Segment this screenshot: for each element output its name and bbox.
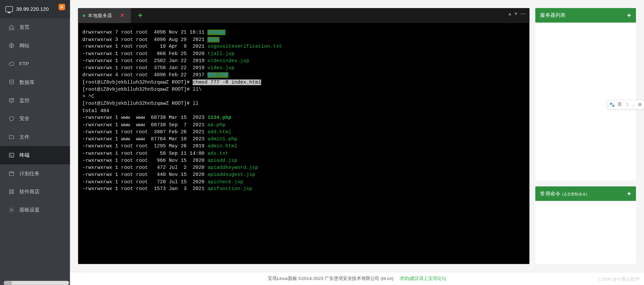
right-column: 服务器列表 + 常用命令(点击复制命令) + (535, 8, 636, 264)
terminal-tabs: 本地服务器 ✕ + ▴ ▾ — (78, 8, 530, 23)
sidebar-item-site[interactable]: 网站 (0, 37, 70, 55)
grid-icon (9, 189, 15, 195)
ime-lang[interactable]: 英 (618, 102, 622, 107)
footer-copyright: 宝塔Linux面板 ©2014-2023 广东堡塔安全技术有限公司 (bt.cn… (268, 276, 393, 282)
monitor-icon (9, 97, 15, 103)
globe-icon (9, 43, 15, 49)
settings-icon[interactable]: — (519, 10, 527, 16)
svg-rect-8 (12, 192, 13, 194)
cloud-icon (9, 61, 15, 67)
panel-title: 常用命令(点击复制命令) (540, 190, 587, 197)
svg-rect-4 (9, 172, 14, 176)
add-server-button[interactable]: + (627, 11, 631, 19)
sidebar-item-security[interactable]: 安全 (0, 109, 70, 128)
sidebar-item-files[interactable]: 文件 (0, 128, 70, 146)
comma-icon[interactable]: ， (631, 102, 635, 107)
sidebar-header: 39.99.220.120 0 (0, 0, 70, 18)
panel-title: 服务器列表 (540, 12, 566, 19)
sidebar-item-ftp[interactable]: FTP (0, 55, 70, 73)
commands-header: 常用命令(点击复制命令) + (535, 186, 636, 201)
sidebar-item-label: 安全 (19, 115, 30, 122)
notification-badge[interactable]: 0 (58, 4, 65, 10)
shield-icon (9, 116, 15, 122)
footer-links[interactable]: 求助|建议请上宝塔论坛 (399, 276, 446, 282)
svg-rect-6 (12, 190, 13, 191)
calendar-icon (9, 171, 15, 177)
sidebar-item-panel[interactable]: 面板设置 (0, 201, 70, 219)
sidebar-item-label: 监控 (19, 97, 30, 104)
server-list-header: 服务器列表 + (535, 8, 636, 22)
collapse-down-icon[interactable]: ▾ (513, 10, 518, 16)
sidebar-item-terminal[interactable]: 终端 (0, 146, 70, 164)
sidebar: 39.99.220.120 0 首页网站FTP数据库监控安全文件终端计划任务软件… (0, 0, 70, 285)
sidebar-item-label: 数据库 (19, 79, 35, 86)
svg-rect-5 (10, 190, 11, 191)
terminal-output[interactable]: drwxrwxrwx 7 root root 4096 Nov 21 16:11… (78, 23, 530, 264)
svg-rect-3 (9, 153, 14, 157)
commands-body (535, 201, 636, 233)
db-icon (9, 79, 15, 85)
sidebar-item-label: 计划任务 (19, 170, 40, 177)
footer: 宝塔Linux面板 ©2014-2023 广东堡塔安全技术有限公司 (bt.cn… (70, 272, 644, 285)
gear-icon[interactable]: ⚙ (638, 102, 642, 107)
terminal-icon (9, 152, 15, 158)
sidebar-item-label: 面板设置 (19, 206, 40, 213)
sidebar-item-label: 文件 (19, 134, 30, 141)
sidebar-item-monitor[interactable]: 监控 (0, 91, 70, 109)
sidebar-item-label: 软件商店 (19, 188, 40, 195)
folder-icon (9, 134, 15, 140)
sidebar-item-label: 首页 (19, 24, 30, 31)
ime-float-toolbar[interactable]: 🐾 英 ☽ ， ⚙ (607, 100, 644, 109)
svg-point-9 (11, 209, 12, 210)
terminal-container: 本地服务器 ✕ + ▴ ▾ — drwxrwxrwx 7 root root 4… (78, 8, 530, 264)
sidebar-item-label: 网站 (19, 42, 30, 49)
tab-local-server[interactable]: 本地服务器 ✕ (78, 8, 131, 23)
paw-icon: 🐾 (609, 102, 615, 107)
close-icon[interactable]: ✕ (120, 12, 124, 19)
sidebar-item-store[interactable]: 软件商店 (0, 183, 70, 201)
sidebar-item-label: 终端 (19, 152, 30, 159)
add-command-button[interactable]: + (627, 190, 631, 198)
home-icon (9, 25, 15, 31)
common-commands-panel: 常用命令(点击复制命令) + (535, 186, 636, 264)
sidebar-nav: 首页网站FTP数据库监控安全文件终端计划任务软件商店面板设置 (0, 18, 70, 285)
gear-icon (9, 207, 15, 213)
main-area: 本地服务器 ✕ + ▴ ▾ — drwxrwxrwx 7 root root 4… (70, 0, 644, 285)
sidebar-item-cron[interactable]: 计划任务 (0, 164, 70, 183)
sidebar-item-label: FTP (19, 61, 29, 67)
server-ip: 39.99.220.120 (16, 6, 49, 12)
watermark: CSDN @小黄人软件 (598, 276, 640, 282)
moon-icon[interactable]: ☽ (625, 102, 628, 107)
svg-rect-7 (10, 192, 11, 194)
collapse-up-icon[interactable]: ▴ (507, 10, 512, 16)
sidebar-item-home[interactable]: 首页 (0, 18, 70, 36)
sidebar-scrollbar[interactable] (4, 281, 69, 285)
server-list-panel: 服务器列表 + (535, 8, 636, 181)
add-tab-button[interactable]: + (138, 11, 143, 20)
status-dot-icon (83, 14, 85, 17)
sidebar-item-db[interactable]: 数据库 (0, 73, 70, 91)
tab-label: 本地服务器 (88, 12, 112, 19)
server-icon (5, 6, 13, 12)
tabs-controls: ▴ ▾ — (507, 10, 527, 16)
svg-point-1 (10, 80, 14, 81)
